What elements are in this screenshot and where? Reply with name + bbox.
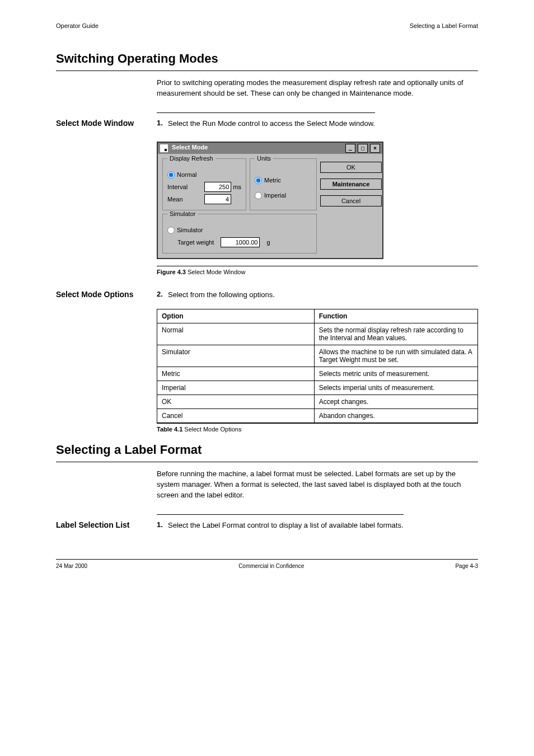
heading-label-format: Selecting a Label Format — [56, 443, 478, 462]
label-mean: Mean — [167, 196, 183, 203]
cancel-button[interactable]: Cancel — [320, 195, 382, 206]
radio-imperial-label: Imperial — [264, 192, 286, 199]
intro-text: Prior to switching operating modes the m… — [157, 78, 478, 99]
heading-switching-modes: Switching Operating Modes — [56, 51, 478, 71]
label-target-weight: Target weight — [177, 239, 214, 246]
label-interval: Interval — [167, 184, 188, 190]
mode-button[interactable]: Maintenance — [320, 179, 382, 190]
legend-refresh: Display Refresh — [167, 155, 216, 162]
label-select-mode: Select Mode Window — [56, 119, 157, 129]
label-step-1: 1. — [157, 520, 168, 531]
table-row: MetricSelects metric units of measuremen… — [157, 367, 478, 381]
step-2-text: Select from the following options. — [168, 290, 275, 300]
fig-text: Select Mode Window — [188, 269, 245, 275]
legend-units: Units — [255, 155, 273, 162]
th-option: Option — [157, 309, 315, 323]
legend-simulator: Simulator — [167, 210, 198, 217]
label-label-selection: Label Selection List — [56, 520, 157, 531]
footer-page: Page 4-3 — [455, 563, 478, 569]
options-table: Option Function NormalSets the normal di… — [157, 309, 478, 423]
fig-num: Figure 4.3 — [157, 269, 186, 275]
window-icon — [160, 144, 168, 152]
unit-ms: ms — [233, 184, 241, 190]
step-1: 1. — [157, 119, 168, 129]
table-row: NormalSets the normal display refresh ra… — [157, 323, 478, 345]
input-interval[interactable] — [204, 182, 231, 192]
window-titlebar: Select Mode — [158, 143, 382, 154]
footer-date: 24 Mar 2000 — [56, 563, 87, 569]
footer-confidential: Commercial in Confidence — [238, 563, 304, 569]
step-2: 2. — [157, 290, 168, 300]
group-units: Units Metric Imperial — [250, 158, 317, 210]
maximize-icon[interactable] — [358, 144, 368, 153]
label-select-mode-options: Select Mode Options — [56, 290, 157, 300]
radio-simulator[interactable] — [167, 227, 175, 234]
th-function: Function — [314, 309, 477, 323]
doc-title-right: Selecting a Label Format — [410, 22, 478, 29]
window-title: Select Mode — [172, 144, 208, 151]
table-row: OKAccept changes. — [157, 395, 478, 409]
radio-metric-label: Metric — [264, 177, 281, 184]
radio-normal-label: Normal — [177, 171, 196, 178]
radio-normal[interactable] — [167, 171, 175, 179]
select-mode-window: Select Mode Display Refresh Normal Inter… — [157, 142, 383, 259]
radio-simulator-label: Simulator — [177, 227, 203, 233]
step-1-text: Select the Run Mode control to access th… — [168, 119, 375, 129]
input-target-weight[interactable] — [221, 237, 260, 247]
doc-title-left: Operator Guide — [56, 22, 99, 29]
radio-imperial[interactable] — [255, 192, 262, 199]
label-step-1-text: Select the Label Format control to displ… — [168, 520, 404, 531]
table-row: SimulatorAllows the machine to be run wi… — [157, 345, 478, 367]
table-cap-num: Table 4.1 — [157, 426, 182, 433]
group-display-refresh: Display Refresh Normal Interval ms Mean — [162, 158, 246, 210]
label-intro: Before running the machine, a label form… — [157, 469, 478, 501]
minimize-icon[interactable] — [345, 144, 355, 153]
table-cap-text: Select Mode Options — [184, 426, 241, 433]
ok-button[interactable]: OK — [320, 162, 382, 173]
radio-metric[interactable] — [255, 177, 262, 184]
close-icon[interactable] — [370, 144, 380, 153]
group-simulator: Simulator Simulator Target weight g — [162, 214, 317, 253]
input-mean[interactable] — [204, 194, 231, 204]
table-row: CancelAbandon changes. — [157, 409, 478, 423]
unit-g: g — [266, 239, 270, 246]
table-row: ImperialSelects imperial units of measur… — [157, 381, 478, 395]
